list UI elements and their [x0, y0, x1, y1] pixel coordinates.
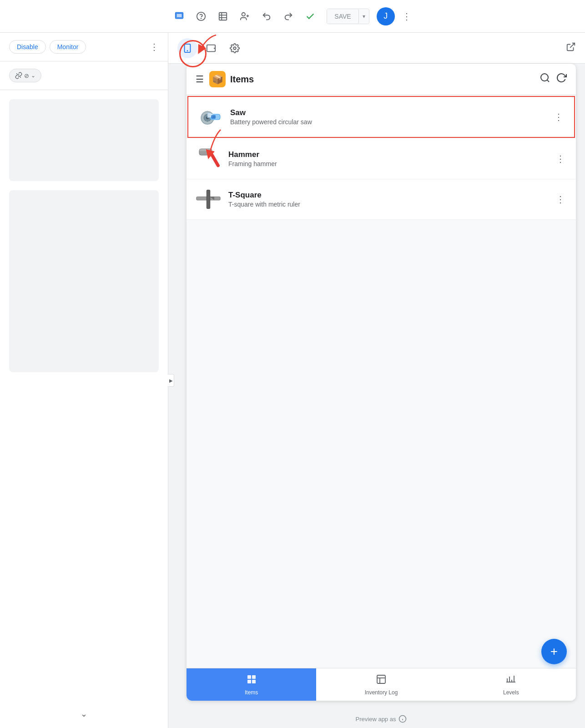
items-nav-icon: [246, 674, 257, 688]
svg-rect-47: [252, 680, 256, 683]
preview-bar-label: Preview app as: [356, 716, 396, 723]
mobile-icon: [182, 43, 192, 53]
help-icon[interactable]: [192, 7, 210, 25]
items-nav-label: Items: [245, 689, 258, 696]
svg-line-31: [209, 121, 209, 122]
external-link-button[interactable]: [566, 42, 576, 54]
item-more-icon-tsquare[interactable]: ⋮: [554, 192, 567, 207]
svg-line-32: [206, 121, 207, 122]
svg-rect-5: [219, 12, 227, 20]
avatar[interactable]: J: [377, 7, 395, 25]
save-dropdown-button[interactable]: ▾: [358, 10, 369, 23]
svg-rect-41: [199, 149, 212, 151]
external-link-icon: [566, 42, 576, 52]
add-item-fab[interactable]: +: [541, 639, 567, 664]
app-preview: ☰ 📦 Items: [187, 64, 576, 701]
save-button-group: SAVE ▾: [327, 9, 369, 24]
mobile-view-button[interactable]: [177, 38, 197, 58]
svg-rect-48: [377, 675, 385, 683]
left-panel-more-icon[interactable]: ⋮: [150, 41, 159, 52]
item-text-saw: Saw Battery powered circular saw: [230, 108, 312, 126]
svg-rect-46: [247, 680, 251, 683]
link-icon: [15, 72, 22, 79]
svg-line-19: [570, 43, 575, 48]
top-toolbar: SAVE ▾ J ⋮: [0, 0, 585, 33]
settings-icon: [230, 43, 240, 53]
levels-nav-label: Levels: [503, 689, 519, 696]
item-text-hammer: Hammer Framing hammer: [228, 150, 277, 167]
nav-items-tab[interactable]: Items: [187, 668, 316, 701]
hamburger-icon[interactable]: ☰: [196, 74, 204, 85]
svg-rect-44: [247, 675, 251, 679]
tablet-view-button[interactable]: [201, 38, 221, 58]
app-refresh-button[interactable]: [556, 72, 567, 86]
item-more-icon-hammer[interactable]: ⋮: [554, 152, 567, 166]
scroll-down-icon[interactable]: ⌄: [81, 709, 87, 719]
svg-point-4: [201, 18, 202, 19]
link-pill[interactable]: ⊘ ⌄: [9, 69, 41, 82]
svg-point-20: [541, 74, 548, 81]
item-more-icon-saw[interactable]: ⋮: [552, 110, 565, 124]
redo-icon[interactable]: [279, 7, 298, 25]
app-icon: 📦: [209, 71, 226, 87]
gray-block-2: [9, 190, 159, 372]
save-button[interactable]: SAVE: [327, 9, 358, 24]
nav-inventory-log-tab[interactable]: Inventory Log: [316, 668, 446, 701]
app-title: Items: [230, 74, 254, 85]
undo-icon[interactable]: [257, 7, 276, 25]
item-icon-tsquare: [196, 187, 221, 212]
gray-block-1: [9, 99, 159, 181]
disable-button[interactable]: Disable: [9, 40, 46, 54]
inventory-log-nav-label: Inventory Log: [365, 689, 398, 696]
link-pill-label: ⊘: [24, 72, 29, 79]
list-item[interactable]: T-Square T-square with metric ruler ⋮: [187, 179, 576, 220]
svg-rect-43: [207, 190, 210, 208]
item-icon-hammer: [196, 146, 221, 172]
svg-rect-1: [177, 13, 182, 17]
collapse-panel-button[interactable]: ▶: [168, 374, 174, 387]
inventory-log-nav-icon: [376, 674, 387, 688]
items-list: Saw Battery powered circular saw ⋮ Hamme…: [187, 95, 576, 668]
svg-point-18: [233, 47, 236, 50]
left-panel-header: Disable Monitor ⋮: [0, 33, 168, 61]
link-area: ⊘ ⌄: [0, 61, 168, 90]
item-icon-saw: [197, 104, 223, 130]
bottom-nav: Items Inventory Log: [187, 668, 576, 701]
svg-rect-45: [252, 675, 256, 679]
dropdown-arrow-icon: ⌄: [31, 72, 35, 79]
svg-line-21: [547, 80, 549, 82]
preview-info-icon: [398, 715, 407, 723]
list-item[interactable]: Hammer Framing hammer ⋮: [187, 139, 576, 179]
left-panel: Disable Monitor ⋮ ⊘ ⌄ ▶ ⌄: [0, 33, 168, 728]
monitor-button[interactable]: Monitor: [50, 40, 86, 54]
table-icon[interactable]: [214, 7, 232, 25]
add-person-icon[interactable]: [236, 7, 254, 25]
svg-point-9: [242, 12, 245, 15]
view-icon[interactable]: [170, 7, 188, 25]
preview-bar: Preview app as: [187, 710, 576, 728]
item-text-tsquare: T-Square T-square with metric ruler: [228, 191, 300, 208]
levels-nav-icon: [505, 674, 516, 688]
preview-toolbar: [168, 33, 585, 64]
settings-button[interactable]: [225, 38, 245, 58]
nav-levels-tab[interactable]: Levels: [446, 668, 576, 701]
more-options-icon[interactable]: ⋮: [398, 7, 415, 25]
tablet-icon: [206, 43, 217, 53]
app-header: ☰ 📦 Items: [187, 64, 576, 95]
check-icon: [301, 7, 319, 25]
svg-rect-38: [211, 115, 216, 119]
list-item[interactable]: Saw Battery powered circular saw ⋮: [187, 96, 575, 138]
app-search-button[interactable]: [540, 72, 550, 86]
